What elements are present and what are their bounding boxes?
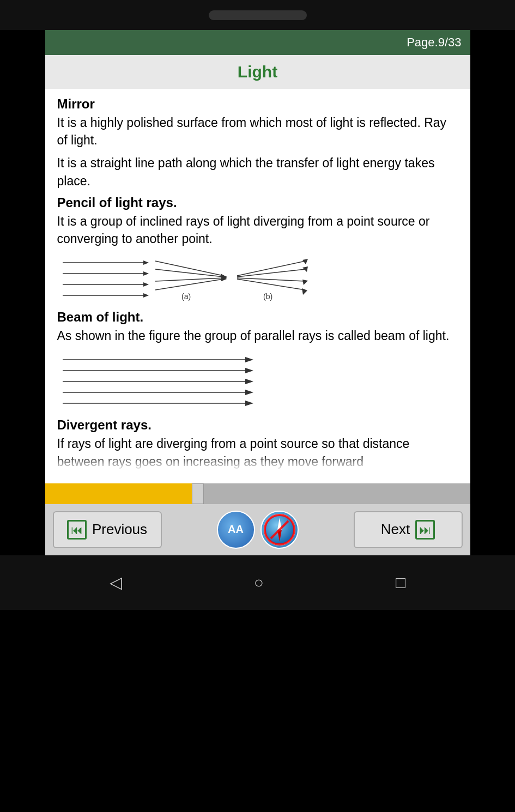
- title-bar: Light: [45, 55, 470, 89]
- svg-text:(b): (b): [263, 292, 272, 301]
- svg-marker-33: [245, 390, 253, 395]
- progress-bar-fill: [45, 483, 198, 504]
- recents-button[interactable]: □: [396, 573, 405, 592]
- center-icons-group: AA: [217, 511, 299, 549]
- beam-text: As shown in the figure the group of para…: [57, 327, 458, 344]
- compass-icon-button[interactable]: [260, 511, 299, 549]
- svg-marker-5: [143, 282, 149, 287]
- pencil-heading: Pencil of light rays.: [57, 195, 458, 210]
- progress-bar-container[interactable]: [45, 483, 470, 504]
- svg-marker-31: [245, 379, 253, 384]
- beam-diagram: [57, 350, 264, 410]
- ray-text: It is a straight line path along which t…: [57, 154, 458, 189]
- svg-line-19: [237, 269, 305, 277]
- svg-marker-27: [245, 357, 253, 362]
- svg-text:(a): (a): [181, 292, 191, 301]
- prev-skip-icon: [71, 521, 83, 538]
- notch: [209, 10, 307, 20]
- svg-marker-22: [302, 280, 308, 285]
- svg-line-17: [237, 261, 305, 276]
- svg-marker-24: [302, 288, 307, 295]
- navigation-bar: Previous AA: [45, 504, 470, 555]
- svg-marker-3: [143, 271, 149, 276]
- progress-bar-thumb[interactable]: [192, 483, 204, 504]
- page-number: Page.9/33: [407, 35, 461, 50]
- previous-label: Previous: [92, 521, 147, 538]
- previous-button[interactable]: Previous: [53, 511, 162, 548]
- phone-top-bar: [0, 0, 515, 30]
- divergent-heading: Divergent rays.: [57, 417, 458, 433]
- divergent-text: If rays of light are diverging from a po…: [57, 435, 458, 470]
- svg-marker-1: [143, 260, 149, 265]
- home-button[interactable]: ○: [254, 573, 264, 592]
- screen-container: Page.9/33 Light Mirror It is a highly po…: [45, 30, 470, 555]
- mirror-heading: Mirror: [57, 96, 458, 112]
- next-skip-icon: [419, 521, 431, 538]
- previous-icon: [67, 520, 87, 540]
- page-title: Light: [238, 63, 277, 81]
- font-settings-button[interactable]: AA: [217, 511, 255, 549]
- aa-icon: AA: [228, 523, 244, 536]
- next-icon: [415, 520, 435, 540]
- page-header: Page.9/33: [45, 30, 470, 55]
- android-nav-bar: ◁ ○ □: [0, 555, 515, 610]
- compass-icon: [263, 513, 296, 546]
- pencil-text: It is a group of inclined rays of light …: [57, 213, 458, 247]
- svg-marker-29: [245, 368, 253, 373]
- svg-marker-35: [245, 401, 253, 406]
- phone-bottom-bar: [0, 610, 515, 653]
- beam-heading: Beam of light.: [57, 310, 458, 325]
- content-area: Mirror It is a highly polished surface f…: [45, 89, 470, 483]
- back-button[interactable]: ◁: [110, 573, 122, 592]
- mirror-text: It is a highly polished surface from whi…: [57, 114, 458, 149]
- next-label: Next: [381, 521, 410, 538]
- next-button[interactable]: Next: [354, 511, 463, 548]
- svg-marker-7: [143, 293, 149, 298]
- svg-line-10: [155, 269, 223, 277]
- svg-line-8: [155, 261, 223, 276]
- pencil-rays-diagram: (a) (b): [57, 253, 308, 302]
